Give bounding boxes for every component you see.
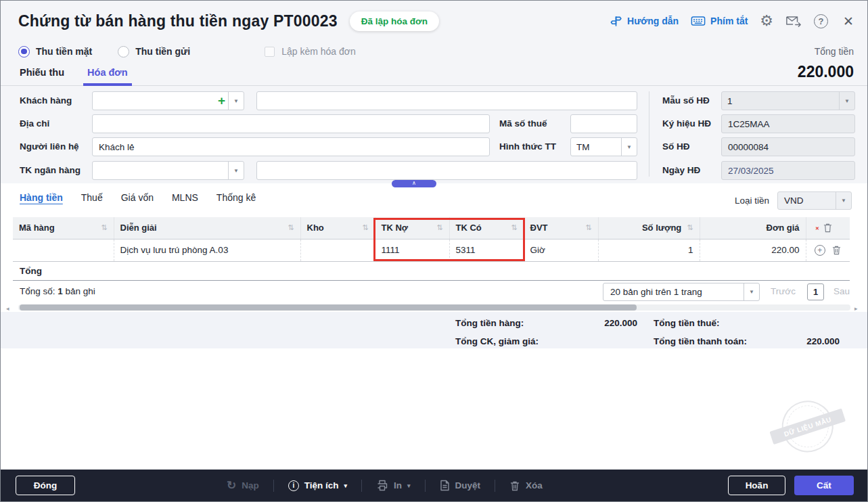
payment-method-select[interactable]: TM ▼ [570, 137, 637, 156]
cell-dien-giai[interactable]: Dịch vụ lưu trú phòng A.03 [114, 239, 300, 261]
customer-value[interactable] [93, 92, 218, 110]
invoice-template-dropdown-button[interactable]: ▼ [839, 92, 854, 110]
sort-icon[interactable]: ⇅ [362, 223, 368, 232]
guide-link[interactable]: Hướng dẫn [610, 15, 679, 28]
chevron-down-icon: ▼ [841, 198, 846, 204]
sort-icon[interactable]: ⇅ [101, 223, 107, 232]
close-button[interactable]: Đóng [16, 476, 75, 495]
tab-thong-ke[interactable]: Thống kê [216, 192, 256, 203]
add-row-icon[interactable]: + [815, 245, 825, 256]
utilities-button[interactable]: i Tiện ích ▾ [288, 480, 347, 491]
delete-all-icon[interactable]: ✕ [813, 223, 844, 233]
delete-button[interactable]: Xóa [509, 480, 543, 491]
delete-row-icon[interactable] [831, 245, 842, 255]
col-tk-no[interactable]: TK Nợ⇅ [375, 217, 449, 239]
col-dien-giai[interactable]: Diễn giải⇅ [114, 217, 300, 239]
approve-button[interactable]: Duyệt [440, 480, 481, 491]
scroll-right-arrow[interactable]: ▸ [854, 305, 858, 312]
tab-gia-von[interactable]: Giá vốn [121, 192, 154, 203]
total-payment-label: Tổng tiền thanh toán: [654, 336, 747, 346]
shortcuts-link[interactable]: Phím tắt [691, 16, 748, 26]
table-row[interactable]: Dịch vụ lưu trú phòng A.03 1111 5311 Giờ… [13, 239, 850, 261]
chevron-down-icon: ▼ [749, 289, 754, 295]
approve-label: Duyệt [455, 480, 481, 490]
radio-bank[interactable]: Thu tiền gửi [118, 46, 190, 58]
cell-tk-co[interactable]: 5311 [449, 239, 524, 261]
add-customer-icon[interactable]: + [218, 93, 225, 108]
tab-thue[interactable]: Thuế [81, 192, 103, 203]
current-page-box[interactable]: 1 [807, 283, 824, 300]
postpone-button[interactable]: Hoãn [728, 476, 785, 495]
address-input[interactable] [92, 114, 490, 133]
bank-account-dropdown-button[interactable]: ▼ [228, 162, 244, 179]
payment-type-row: Thu tiền mặt Thu tiền gửi Lập kèm hóa đơ… [1, 41, 867, 62]
next-page-button[interactable]: Sau [833, 286, 850, 296]
col-tk-co[interactable]: TK Có⇅ [449, 217, 524, 239]
radio-cash-control[interactable] [18, 46, 30, 58]
tab-mlns[interactable]: MLNS [172, 192, 198, 203]
prev-page-button[interactable]: Trước [771, 286, 796, 296]
total-tax-label: Tổng tiền thuế: [654, 318, 719, 328]
total-row-label: Tổng [13, 261, 850, 280]
invoice-number-input[interactable]: 00000084 [721, 137, 855, 156]
record-count-suffix: bản ghi [66, 286, 95, 296]
customer-name-input[interactable] [256, 91, 637, 110]
page-size-dropdown-button[interactable]: ▼ [744, 283, 759, 300]
customer-label: Khách hàng [20, 95, 72, 106]
cell-don-gia[interactable]: 220.00 [700, 239, 806, 261]
invoice-template-select[interactable]: 1 ▼ [721, 91, 855, 110]
radio-bank-control[interactable] [118, 46, 129, 58]
tab-hang-tien[interactable]: Hàng tiền [20, 192, 63, 203]
col-so-luong[interactable]: Số lượng⇅ [598, 217, 700, 239]
bank-account-value[interactable] [93, 162, 228, 179]
cell-kho[interactable] [300, 239, 375, 261]
print-button[interactable]: In ▾ [376, 480, 411, 491]
scrollbar-thumb[interactable] [20, 304, 637, 311]
bank-account-combobox[interactable]: ▼ [92, 161, 244, 180]
gear-icon[interactable]: ⚙ [760, 14, 773, 28]
col-dvt[interactable]: ĐVT⇅ [524, 217, 598, 239]
save-button[interactable]: Cất [794, 476, 854, 495]
scroll-left-arrow[interactable]: ◂ [6, 305, 9, 312]
invoice-date-label: Ngày HĐ [662, 165, 700, 175]
chevron-up-icon: ∧ [412, 181, 416, 186]
col-label: Kho [307, 223, 324, 233]
horizontal-scrollbar[interactable] [18, 304, 850, 311]
with-invoice-checkbox-control[interactable] [265, 47, 275, 57]
collapse-form-button[interactable]: ∧ [392, 180, 436, 187]
col-kho[interactable]: Kho⇅ [300, 217, 375, 239]
currency-select[interactable]: VND ▼ [777, 191, 852, 210]
radio-cash[interactable]: Thu tiền mặt [18, 46, 92, 58]
bank-account-label: TK ngân hàng [20, 165, 81, 175]
customer-combobox[interactable]: + ▼ [92, 91, 244, 110]
tab-invoice[interactable]: Hóa đơn [87, 67, 127, 85]
currency-value: VND [778, 196, 836, 206]
send-mail-icon[interactable] [785, 14, 802, 28]
with-invoice-checkbox[interactable]: Lập kèm hóa đơn [265, 46, 356, 57]
reload-button[interactable]: ↻ Nạp [227, 480, 259, 491]
dialog-header: Chứng từ bán hàng thu tiền ngay PT00023 … [1, 1, 867, 41]
cell-ma-hang[interactable] [13, 239, 114, 261]
invoice-series-input[interactable]: 1C25MAA [721, 114, 855, 133]
sort-icon[interactable]: ⇅ [511, 223, 517, 232]
cell-so-luong[interactable]: 1 [598, 239, 700, 261]
sort-icon[interactable]: ⇅ [585, 223, 591, 232]
cell-dvt[interactable]: Giờ [524, 239, 598, 261]
contact-input[interactable]: Khách lẻ [92, 137, 490, 156]
tab-receipt[interactable]: Phiếu thu [20, 67, 64, 85]
page-size-select[interactable]: 20 bản ghi trên 1 trang ▼ [603, 283, 760, 301]
customer-dropdown-button[interactable]: ▼ [228, 92, 244, 110]
payment-method-dropdown-button[interactable]: ▼ [621, 138, 637, 156]
currency-dropdown-button[interactable]: ▼ [836, 192, 851, 209]
tax-code-input[interactable] [570, 114, 637, 133]
sort-icon[interactable]: ⇅ [687, 223, 693, 232]
sort-icon[interactable]: ⇅ [288, 223, 294, 232]
cell-tk-no[interactable]: 1111 [375, 239, 449, 261]
bank-detail-input[interactable] [256, 161, 637, 180]
col-don-gia[interactable]: Đơn giá [700, 217, 806, 239]
close-icon[interactable]: ✕ [843, 14, 854, 29]
invoice-date-input[interactable]: 27/03/2025 [721, 161, 855, 180]
col-ma-hang[interactable]: Mã hàng⇅ [13, 217, 114, 239]
help-icon[interactable]: ? [814, 14, 828, 28]
sort-icon[interactable]: ⇅ [436, 223, 442, 232]
